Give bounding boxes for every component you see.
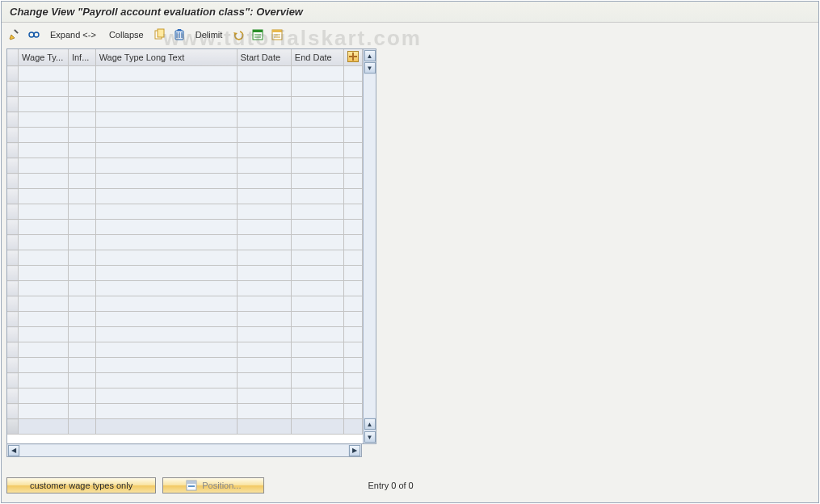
table-cell[interactable] <box>343 143 362 158</box>
table-cell[interactable] <box>343 158 362 174</box>
row-selector[interactable] <box>7 327 19 342</box>
row-selector[interactable] <box>7 97 19 112</box>
table-cell[interactable] <box>19 327 69 342</box>
table-cell[interactable] <box>95 312 237 327</box>
table-cell[interactable] <box>291 266 343 281</box>
table-cell[interactable] <box>95 342 237 358</box>
table-cell[interactable] <box>343 66 362 82</box>
table-cell[interactable] <box>19 143 69 158</box>
row-selector[interactable] <box>7 82 19 97</box>
table-cell[interactable] <box>291 373 343 388</box>
collapse-button[interactable]: Collapse <box>104 27 149 42</box>
row-selector[interactable] <box>7 419 19 435</box>
table-cell[interactable] <box>19 97 69 112</box>
table-cell[interactable] <box>19 373 69 388</box>
row-selector[interactable] <box>7 250 19 266</box>
table-cell[interactable] <box>19 158 69 174</box>
table-cell[interactable] <box>237 312 291 327</box>
row-selector[interactable] <box>7 143 19 158</box>
table-cell[interactable] <box>95 158 237 174</box>
table-cell[interactable] <box>95 281 237 296</box>
table-cell[interactable] <box>19 189 69 204</box>
table-cell[interactable] <box>343 281 362 296</box>
table-cell[interactable] <box>237 281 291 296</box>
table-cell[interactable] <box>291 112 343 128</box>
table-cell[interactable] <box>19 220 69 235</box>
table-cell[interactable] <box>68 112 95 128</box>
table-cell[interactable] <box>68 312 95 327</box>
scroll-down-near-top-icon[interactable]: ▼ <box>364 62 376 74</box>
table-cell[interactable] <box>343 235 362 250</box>
table-cell[interactable] <box>68 97 95 112</box>
table-cell[interactable] <box>291 128 343 143</box>
position-button[interactable]: Position... <box>162 477 264 494</box>
table-cell[interactable] <box>68 174 95 189</box>
table-cell[interactable] <box>19 358 69 373</box>
table-cell[interactable] <box>19 266 69 281</box>
row-selector[interactable] <box>7 128 19 143</box>
row-selector[interactable] <box>7 281 19 296</box>
col-inf[interactable]: Inf... <box>68 49 95 66</box>
hscroll-track[interactable] <box>20 445 348 456</box>
table-cell[interactable] <box>343 97 362 112</box>
table-cell[interactable] <box>237 250 291 266</box>
table-cell[interactable] <box>237 235 291 250</box>
table-cell[interactable] <box>237 174 291 189</box>
expand-button[interactable]: Expand <-> <box>45 27 101 42</box>
table-cell[interactable] <box>291 204 343 220</box>
scroll-left-icon[interactable]: ◀ <box>8 445 19 456</box>
row-selector[interactable] <box>7 388 19 404</box>
table-cell[interactable] <box>291 174 343 189</box>
table-cell[interactable] <box>343 220 362 235</box>
table-cell[interactable] <box>237 404 291 419</box>
table-cell[interactable] <box>291 158 343 174</box>
table-cell[interactable] <box>237 327 291 342</box>
table-cell[interactable] <box>343 296 362 312</box>
row-selector[interactable] <box>7 158 19 174</box>
table-cell[interactable] <box>95 82 237 97</box>
table-cell[interactable] <box>343 112 362 128</box>
table-cell[interactable] <box>291 419 343 435</box>
table-cell[interactable] <box>343 342 362 358</box>
undo-icon[interactable] <box>230 27 246 42</box>
table-cell[interactable] <box>237 189 291 204</box>
table-cell[interactable] <box>343 250 362 266</box>
table-cell[interactable] <box>95 220 237 235</box>
table-cell[interactable] <box>68 66 95 82</box>
table-cell[interactable] <box>19 342 69 358</box>
table-cell[interactable] <box>237 220 291 235</box>
table-cell[interactable] <box>19 419 69 435</box>
table-cell[interactable] <box>237 82 291 97</box>
table-cell[interactable] <box>237 158 291 174</box>
table-cell[interactable] <box>291 404 343 419</box>
vertical-scrollbar[interactable]: ▲ ▼ ▲ ▼ <box>363 49 376 443</box>
table-cell[interactable] <box>95 373 237 388</box>
copy-icon[interactable] <box>152 27 168 42</box>
table-cell[interactable] <box>95 404 237 419</box>
table-cell[interactable] <box>291 312 343 327</box>
scroll-track[interactable] <box>364 74 376 418</box>
row-selector[interactable] <box>7 312 19 327</box>
col-start-date[interactable]: Start Date <box>237 49 291 66</box>
row-selector[interactable] <box>7 373 19 388</box>
table-cell[interactable] <box>343 404 362 419</box>
table-cell[interactable] <box>291 250 343 266</box>
table-cell[interactable] <box>291 143 343 158</box>
table-cell[interactable] <box>68 342 95 358</box>
table-cell[interactable] <box>95 204 237 220</box>
row-selector-header[interactable] <box>7 49 19 66</box>
table-cell[interactable] <box>291 358 343 373</box>
table-cell[interactable] <box>237 97 291 112</box>
table-cell[interactable] <box>291 327 343 342</box>
delimit-button[interactable]: Delimit <box>191 27 228 42</box>
table-cell[interactable] <box>237 342 291 358</box>
table-cell[interactable] <box>95 143 237 158</box>
row-selector[interactable] <box>7 296 19 312</box>
scroll-right-icon[interactable]: ▶ <box>349 445 360 456</box>
select-all-icon[interactable] <box>250 27 266 42</box>
delete-icon[interactable] <box>171 27 187 42</box>
display-icon[interactable] <box>26 27 42 42</box>
row-selector[interactable] <box>7 342 19 358</box>
table-cell[interactable] <box>95 388 237 404</box>
table-cell[interactable] <box>68 388 95 404</box>
